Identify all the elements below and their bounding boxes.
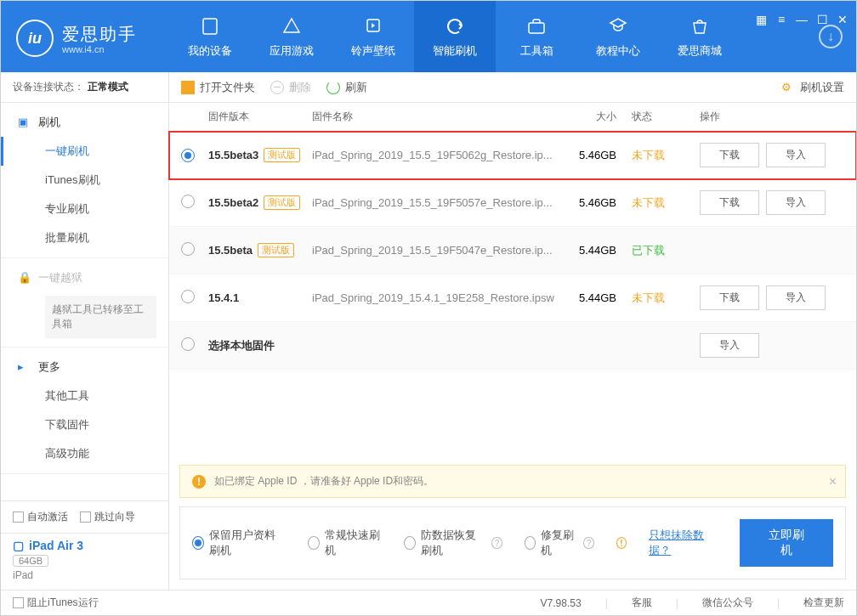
nav-store[interactable]: 爱思商城 — [659, 1, 741, 72]
sidebar-item-batch[interactable]: 批量刷机 — [1, 223, 168, 252]
sidebar-item-adv[interactable]: 高级功能 — [1, 439, 168, 468]
device-name: iPad Air 3 — [29, 539, 83, 552]
mode-radio[interactable] — [192, 536, 204, 550]
download-manager-button[interactable]: ↓ — [805, 1, 856, 72]
group-icon: ▣ — [18, 116, 31, 129]
svg-rect-0 — [203, 19, 217, 34]
device-icon: ▢ — [13, 539, 24, 552]
firmware-ops: 下载导入 — [700, 143, 844, 167]
firmware-list: 15.5beta3测试版iPad_Spring_2019_15.5_19F506… — [169, 132, 856, 370]
firmware-row[interactable]: 15.5beta2测试版iPad_Spring_2019_15.5_19F505… — [169, 179, 856, 227]
connection-value: 正常模式 — [88, 80, 128, 94]
sidebar: 设备连接状态： 正常模式 ▣刷机一键刷机iTunes刷机专业刷机批量刷机🔒一键越… — [1, 72, 169, 590]
sidebar-item-other[interactable]: 其他工具 — [1, 381, 168, 410]
mode-radio[interactable] — [308, 536, 320, 550]
mode-anti[interactable]: 防数据恢复刷机? — [404, 528, 502, 558]
svg-rect-2 — [529, 23, 544, 33]
auto-activate-checkbox[interactable]: 自动激活 — [13, 510, 68, 524]
sidebar-item-dlfw[interactable]: 下载固件 — [1, 410, 168, 439]
nav-apps[interactable]: 应用游戏 — [251, 1, 332, 72]
select-radio[interactable] — [181, 337, 195, 351]
close-warning-icon[interactable]: × — [829, 474, 837, 489]
group-icon: ▸ — [18, 360, 31, 374]
nav-device[interactable]: 我的设备 — [169, 1, 251, 72]
store-icon — [688, 14, 712, 38]
apps-icon — [280, 14, 304, 38]
help-icon[interactable]: ? — [491, 537, 502, 549]
brand: iu 爱思助手 www.i4.cn — [1, 20, 169, 57]
firmware-status: 未下载 — [632, 291, 700, 306]
tools-icon — [525, 14, 548, 38]
firmware-version: 15.5beta测试版 — [205, 243, 312, 257]
select-radio[interactable] — [181, 195, 195, 208]
select-radio[interactable] — [181, 149, 195, 162]
delete-button[interactable]: 删除 — [270, 80, 311, 95]
flash-icon — [443, 14, 467, 38]
app-version: V7.98.53 — [541, 597, 582, 609]
firmware-name: iPad_Spring_2019_15.4.1_19E258_Restore.i… — [312, 291, 564, 304]
check-update-link[interactable]: 检查更新 — [803, 596, 844, 610]
mode-fast[interactable]: 常规快速刷机 — [308, 528, 382, 558]
firmware-row[interactable]: 选择本地固件导入 — [169, 322, 856, 370]
refresh-button[interactable]: 刷新 — [326, 80, 367, 95]
firmware-ops: 导入 — [700, 333, 844, 358]
firmware-status: 已下载 — [632, 243, 700, 258]
sidebar-item-pro[interactable]: 专业刷机 — [1, 195, 168, 223]
firmware-ops: 下载导入 — [700, 190, 844, 215]
col-version: 固件版本 — [205, 110, 312, 124]
firmware-size: 5.44GB — [564, 291, 632, 304]
import-button[interactable]: 导入 — [766, 143, 826, 167]
nav-tools[interactable]: 工具箱 — [496, 1, 577, 72]
col-ops: 操作 — [700, 110, 844, 124]
open-folder-button[interactable]: 打开文件夹 — [181, 80, 255, 95]
nav-ring[interactable]: 铃声壁纸 — [332, 1, 414, 72]
device-info[interactable]: ▢iPad Air 3 64GB iPad — [1, 533, 168, 590]
erase-data-link[interactable]: 只想抹除数据？ — [649, 528, 718, 558]
download-button[interactable]: 下载 — [700, 143, 759, 167]
nav-tutorial[interactable]: 教程中心 — [577, 1, 659, 72]
device-type: iPad — [13, 569, 156, 581]
import-button[interactable]: 导入 — [766, 190, 826, 215]
sidebar-group-0[interactable]: ▣刷机 — [1, 108, 168, 137]
flash-now-button[interactable]: 立即刷机 — [740, 519, 833, 567]
import-button[interactable]: 导入 — [700, 333, 759, 358]
select-radio[interactable] — [181, 290, 195, 303]
select-radio[interactable] — [181, 242, 195, 256]
download-button[interactable]: 下载 — [700, 285, 759, 310]
nav-flash[interactable]: 智能刷机 — [414, 1, 496, 72]
mode-repair[interactable]: 修复刷机? — [525, 528, 594, 558]
firmware-name: iPad_Spring_2019_15.5_19F5062g_Restore.i… — [312, 149, 564, 161]
wechat-link[interactable]: 微信公众号 — [702, 596, 753, 610]
firmware-row[interactable]: 15.5beta3测试版iPad_Spring_2019_15.5_19F506… — [169, 132, 856, 179]
help-icon[interactable]: ? — [583, 537, 593, 549]
group-icon: 🔒 — [18, 271, 31, 285]
firmware-name: iPad_Spring_2019_15.5_19F5047e_Restore.i… — [312, 244, 564, 257]
download-button[interactable]: 下载 — [700, 190, 759, 215]
mode-radio[interactable] — [404, 536, 416, 550]
firmware-version: 15.5beta2测试版 — [205, 195, 312, 210]
sidebar-item-itunes[interactable]: iTunes刷机 — [1, 166, 168, 195]
skip-guide-checkbox[interactable]: 跳过向导 — [80, 510, 135, 524]
mode-keep[interactable]: 保留用户资料刷机 — [192, 528, 286, 558]
brand-name: 爱思助手 — [62, 23, 137, 46]
sidebar-item-oneclick[interactable]: 一键刷机 — [1, 137, 168, 166]
table-header: 固件版本 固件名称 大小 状态 操作 — [169, 103, 856, 132]
delete-icon — [270, 81, 284, 94]
beta-badge: 测试版 — [258, 243, 294, 257]
customer-service-link[interactable]: 客服 — [632, 596, 652, 610]
beta-badge: 测试版 — [264, 195, 300, 210]
firmware-version: 选择本地固件 — [205, 338, 312, 353]
flash-settings-button[interactable]: ⚙ 刷机设置 — [781, 80, 844, 95]
sidebar-group-2[interactable]: ▸更多 — [1, 353, 168, 381]
firmware-row[interactable]: 15.5beta测试版iPad_Spring_2019_15.5_19F5047… — [169, 227, 856, 274]
import-button[interactable]: 导入 — [766, 285, 826, 310]
firmware-row[interactable]: 15.4.1iPad_Spring_2019_15.4.1_19E258_Res… — [169, 274, 856, 322]
block-itunes-checkbox[interactable]: 阻止iTunes运行 — [13, 596, 99, 610]
warning-text: 如已绑定 Apple ID ，请准备好 Apple ID和密码。 — [214, 474, 434, 489]
ring-icon — [361, 14, 385, 38]
col-status: 状态 — [632, 110, 700, 124]
mode-radio[interactable] — [525, 536, 536, 550]
sidebar-group-1[interactable]: 🔒一键越狱 — [1, 263, 168, 292]
refresh-icon — [326, 81, 340, 94]
main-nav: 我的设备应用游戏铃声壁纸智能刷机工具箱教程中心爱思商城↓ — [169, 1, 856, 72]
